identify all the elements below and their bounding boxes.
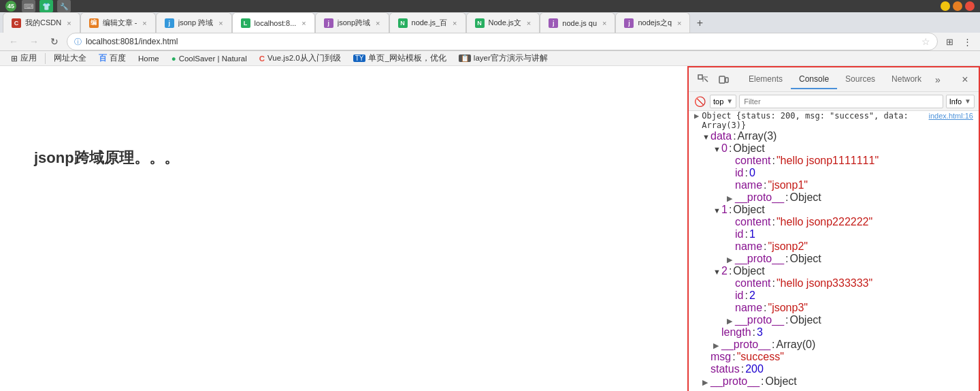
console-filter-bar: 🚫 top ▼ Info ▼: [689, 92, 979, 111]
svg-rect-0: [698, 75, 702, 79]
device-toggle-btn[interactable]: [715, 71, 732, 89]
tab-close-csdn[interactable]: ×: [67, 19, 71, 27]
reload-btn[interactable]: ↻: [46, 33, 63, 50]
devtools-close-btn[interactable]: ×: [957, 72, 973, 88]
bookmark-star-icon[interactable]: ☆: [921, 36, 930, 47]
tree-toggle-proto-0[interactable]: ▶: [727, 194, 735, 203]
tab-title-edit: 编辑文章 -: [103, 18, 137, 28]
tree-toggle-2[interactable]: ▼: [713, 268, 721, 276]
tab-localhost[interactable]: L localhost:8... ×: [232, 12, 315, 33]
devtools-tab-network[interactable]: Network: [883, 70, 930, 89]
close-btn[interactable]: [965, 1, 975, 11]
devtools-tab-console[interactable]: Console: [791, 70, 837, 89]
tab-csdn[interactable]: C 我的CSDN ×: [3, 12, 80, 33]
tree-proto-1: ▶ __proto__ : Object: [689, 253, 979, 265]
maximize-btn[interactable]: [953, 1, 962, 11]
tab-close-jsonp2[interactable]: ×: [376, 19, 380, 27]
tree-toggle-proto-2[interactable]: ▶: [727, 317, 735, 326]
tree-toggle-0[interactable]: ▼: [713, 145, 721, 153]
tree-key-id-0: id: [735, 167, 743, 179]
vue-icon: C: [259, 54, 265, 63]
tree-value-name-1: "jsonp2": [768, 240, 808, 253]
tree-key-id-1: id: [735, 228, 743, 240]
tree-key-name-0: name: [735, 179, 762, 191]
back-btn[interactable]: ←: [5, 33, 22, 50]
svg-rect-5: [725, 78, 728, 82]
tree-1-object: ▼ 1 : Object: [689, 204, 979, 216]
tree-msg: msg : "success": [689, 351, 979, 363]
tree-key-0: 0: [721, 142, 728, 155]
tab-title-localhost: localhost:8...: [255, 19, 297, 27]
layer-icon: 📋: [459, 54, 471, 62]
bookmark-layer[interactable]: 📋 layer官方演示与讲解: [453, 52, 553, 65]
context-select-arrow: ▼: [726, 97, 733, 105]
tab-nodejsq[interactable]: j nodejs之q ×: [615, 12, 690, 33]
tab-title-csdn: 我的CSDN: [25, 18, 61, 28]
tree-data-array: ▼ data : Array(3): [689, 130, 979, 142]
home-label: Home: [138, 54, 159, 63]
tab-close-nodejs3[interactable]: ×: [602, 19, 606, 27]
bookmark-apps[interactable]: ⊞ 应用: [5, 52, 42, 65]
address-bar[interactable]: ⓘ localhost:8081/index.html ☆: [67, 33, 938, 50]
tab-bar: C 我的CSDN × 编 编辑文章 - × j jsonp 跨域 × L loc…: [0, 12, 980, 33]
devtools-tab-sources[interactable]: Sources: [837, 70, 883, 89]
tree-2-object: ▼ 2 : Object: [689, 265, 979, 277]
new-tab-btn[interactable]: +: [690, 14, 709, 33]
tab-close-nodejs1[interactable]: ×: [453, 19, 457, 27]
svg-rect-4: [719, 76, 725, 83]
bookmark-coolsaver[interactable]: ● CoolSaver | Natural: [166, 53, 252, 64]
console-context-select[interactable]: top ▼: [710, 95, 736, 108]
coolsaver-icon: ●: [172, 54, 176, 63]
devtools-panel: Elements Console Sources Network » ×: [687, 66, 980, 391]
console-level-select[interactable]: Info ▼: [946, 95, 975, 108]
tab-close-jsonp1[interactable]: ×: [218, 19, 223, 27]
tab-favicon-nodejs1: N: [398, 18, 408, 28]
tab-close-nodejs2[interactable]: ×: [527, 19, 531, 27]
tree-value-id-2: 2: [749, 290, 755, 302]
keyboard-icon: ⌨: [22, 0, 35, 12]
title-bar: 45 ⌨ 👕 🔧: [0, 0, 980, 12]
tree-key-content-2: content: [735, 277, 770, 290]
bookmark-vue[interactable]: C Vue.js2.0从入门到级: [254, 52, 346, 65]
tree-value-1: Object: [733, 204, 764, 216]
extensions-btn[interactable]: ⊞: [942, 34, 957, 49]
console-clear-btn[interactable]: 🚫: [693, 95, 707, 108]
bookmark-wangzhi[interactable]: 网址大全: [48, 52, 92, 65]
inspect-element-btn[interactable]: [694, 71, 712, 89]
level-select-arrow: ▼: [964, 97, 971, 105]
console-arrow-icon: ▶: [694, 111, 699, 121]
devtools-tab-more[interactable]: »: [930, 70, 946, 89]
tree-key-proto-0: __proto__: [735, 191, 784, 204]
tree-value-2: Object: [733, 265, 764, 277]
tab-close-nodejsq[interactable]: ×: [677, 19, 681, 27]
main-area: jsonp跨域原理。。。: [0, 66, 980, 391]
bookmark-baidu[interactable]: 百 百度: [93, 51, 131, 65]
tree-toggle-data[interactable]: ▼: [702, 133, 710, 141]
single-page-icon: TY: [353, 54, 366, 62]
bookmark-separator-1: [45, 53, 46, 64]
minimize-btn[interactable]: [941, 1, 950, 11]
tab-jsonp1[interactable]: j jsonp 跨域 ×: [156, 12, 232, 33]
tree-toggle-proto-root[interactable]: ▶: [702, 378, 710, 387]
devtools-tab-elements[interactable]: Elements: [740, 70, 791, 89]
bookmark-single-page[interactable]: TY 单页_网站模板，优化: [348, 52, 452, 65]
svg-line-1: [704, 78, 708, 82]
tab-close-edit[interactable]: ×: [142, 19, 146, 27]
bookmark-home[interactable]: Home: [133, 53, 165, 64]
tree-toggle-proto-1[interactable]: ▶: [727, 255, 735, 264]
tab-edit[interactable]: 编 编辑文章 - ×: [80, 12, 156, 33]
tree-value-id-1: 1: [749, 228, 755, 240]
tree-toggle-1[interactable]: ▼: [713, 206, 721, 215]
tab-nodejs1[interactable]: N node.js_百 ×: [389, 12, 466, 33]
lock-icon: ⓘ: [74, 37, 82, 47]
tree-id-1: id : 1: [689, 228, 979, 240]
console-source-link[interactable]: index.html:16: [929, 112, 973, 120]
menu-btn[interactable]: ⋮: [960, 34, 975, 49]
tab-nodejs3[interactable]: j node.js qu ×: [540, 12, 615, 33]
tree-toggle-proto-array[interactable]: ▶: [713, 341, 721, 350]
tab-nodejs2[interactable]: N Node.js文 ×: [466, 12, 540, 33]
forward-btn[interactable]: →: [26, 33, 42, 50]
tab-jsonp2[interactable]: j jsonp跨域 ×: [315, 12, 389, 33]
console-filter-input[interactable]: [739, 95, 943, 108]
tab-close-localhost[interactable]: ×: [301, 19, 306, 27]
